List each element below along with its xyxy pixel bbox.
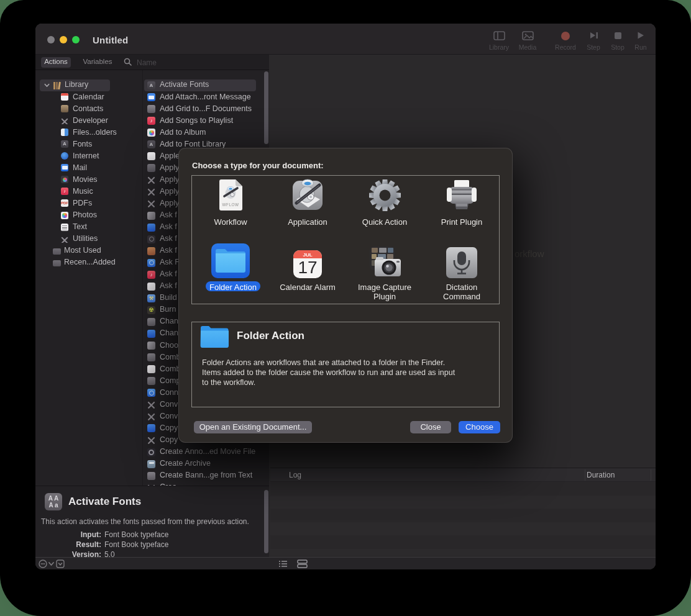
- svg-text:WFLOW: WFLOW: [222, 202, 239, 207]
- svg-text:JUL: JUL: [303, 252, 312, 258]
- svg-text:17: 17: [298, 258, 317, 277]
